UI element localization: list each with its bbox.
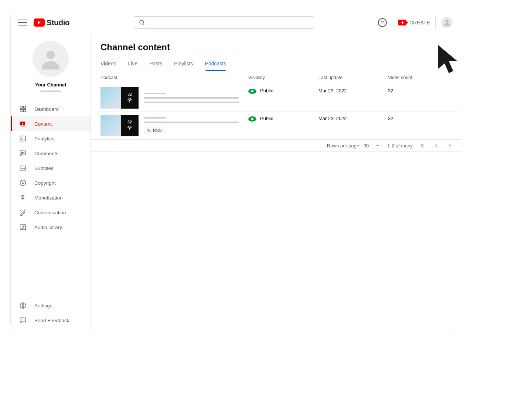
svg-point-30 bbox=[129, 128, 130, 129]
column-podcast: Podcast bbox=[100, 75, 248, 80]
sidebar-item-dashboard[interactable]: Dashboard bbox=[11, 102, 91, 116]
content-icon bbox=[19, 120, 27, 128]
svg-rect-7 bbox=[24, 110, 26, 112]
sidebar-item-label: Copyright bbox=[34, 180, 56, 186]
sidebar-item-send-feedback[interactable]: Send Feedback bbox=[11, 313, 91, 328]
visibility-public-icon bbox=[248, 116, 256, 122]
svg-point-21 bbox=[20, 180, 26, 186]
column-last-update: Last update bbox=[318, 75, 388, 80]
channel-name: Your Channel bbox=[35, 82, 66, 88]
svg-point-31 bbox=[148, 132, 148, 132]
visibility-label: Public bbox=[260, 88, 273, 93]
sidebar-item-customization[interactable]: Customization bbox=[11, 205, 91, 220]
sidebar-item-analytics[interactable]: Analytics bbox=[11, 131, 91, 146]
sidebar-item-comments[interactable]: Comments bbox=[11, 146, 91, 161]
table-row[interactable]: 32 RSS bbox=[91, 112, 460, 140]
channel-avatar[interactable] bbox=[33, 41, 69, 77]
table-row[interactable]: 32 Public Mar 23, 2022 bbox=[91, 84, 460, 112]
svg-rect-24 bbox=[20, 225, 26, 229]
analytics-icon bbox=[19, 134, 27, 143]
episode-count-badge: 32 bbox=[127, 92, 132, 96]
account-avatar[interactable] bbox=[441, 17, 453, 28]
sidebar-item-content[interactable]: Content bbox=[11, 116, 91, 131]
hamburger-menu[interactable] bbox=[18, 18, 27, 27]
sidebar-item-audio-library[interactable]: Audio library bbox=[11, 220, 91, 235]
sidebar-item-label: Comments bbox=[34, 151, 58, 156]
podcast-thumbnail[interactable]: 32 bbox=[100, 87, 139, 109]
customization-icon bbox=[19, 208, 27, 216]
sidebar-item-subtitles[interactable]: Subtitles bbox=[11, 161, 91, 175]
monetization-icon bbox=[19, 194, 27, 202]
desc-placeholder bbox=[144, 122, 239, 123]
svg-point-28 bbox=[23, 321, 23, 321]
podcast-icon bbox=[127, 98, 133, 104]
tab-podcasts[interactable]: Podcasts bbox=[205, 56, 226, 71]
chevron-down-icon bbox=[375, 143, 380, 148]
podcast-thumbnail[interactable]: 32 bbox=[100, 115, 139, 136]
svg-rect-18 bbox=[20, 166, 26, 170]
page-prev-button[interactable] bbox=[434, 143, 439, 148]
rows-per-page-value: 30 bbox=[364, 143, 369, 149]
dashboard-icon bbox=[19, 105, 27, 113]
rows-per-page-label: Rows per page: bbox=[327, 143, 361, 149]
comments-icon bbox=[19, 149, 27, 157]
svg-point-23 bbox=[20, 210, 21, 211]
rss-badge: RSS bbox=[144, 127, 165, 134]
sidebar-item-label: Content bbox=[34, 121, 52, 127]
table-header: Podcast Visibility Last update Video cou… bbox=[91, 71, 460, 84]
title-placeholder bbox=[144, 93, 166, 94]
search-input[interactable] bbox=[149, 20, 309, 25]
svg-point-22 bbox=[24, 210, 25, 211]
page-next-button[interactable] bbox=[447, 143, 453, 148]
feedback-icon bbox=[19, 316, 27, 324]
youtube-play-icon bbox=[34, 18, 45, 27]
last-update-value: Mar 23, 2022 bbox=[318, 87, 388, 109]
tab-playlists[interactable]: Playlists bbox=[174, 56, 193, 71]
create-camera-icon: + bbox=[398, 20, 406, 25]
copyright-icon bbox=[19, 179, 27, 187]
desc-placeholder bbox=[144, 97, 239, 99]
svg-rect-6 bbox=[20, 110, 23, 112]
video-count-value: 32 bbox=[388, 87, 450, 109]
svg-rect-5 bbox=[24, 106, 26, 109]
episode-count-badge: 32 bbox=[127, 120, 132, 124]
video-count-value: 32 bbox=[388, 115, 450, 136]
sidebar-item-copyright[interactable]: Copyright bbox=[11, 175, 91, 190]
svg-rect-4 bbox=[20, 106, 23, 109]
search-box[interactable] bbox=[134, 16, 314, 29]
search-icon bbox=[139, 19, 145, 26]
sidebar-item-monetization[interactable]: Monetization bbox=[11, 190, 91, 205]
tab-videos[interactable]: Videos bbox=[100, 56, 116, 71]
svg-point-2 bbox=[446, 20, 448, 23]
subtitles-icon bbox=[19, 164, 27, 172]
svg-line-1 bbox=[143, 24, 144, 25]
visibility-label: Public bbox=[260, 116, 273, 121]
title-placeholder bbox=[144, 117, 166, 119]
svg-point-3 bbox=[47, 51, 55, 59]
svg-rect-10 bbox=[21, 126, 25, 127]
sidebar-item-label: Customization bbox=[34, 210, 66, 215]
pagination-range: 1-2 of many bbox=[387, 143, 413, 149]
audio-library-icon bbox=[19, 223, 27, 231]
channel-subtitle-placeholder bbox=[40, 91, 61, 92]
last-update-value: Mar 23, 2022 bbox=[318, 115, 388, 136]
svg-point-29 bbox=[129, 100, 130, 101]
page-first-button[interactable] bbox=[420, 143, 426, 149]
rows-per-page-select[interactable]: 30 bbox=[364, 143, 380, 149]
sidebar-item-label: Monetization bbox=[34, 195, 63, 201]
sidebar-item-settings[interactable]: Settings bbox=[11, 298, 91, 313]
tab-posts[interactable]: Posts bbox=[149, 56, 162, 71]
column-visibility: Visibility bbox=[248, 75, 318, 80]
create-label: CREATE bbox=[409, 20, 430, 25]
sidebar-item-label: Analytics bbox=[34, 136, 54, 141]
svg-point-25 bbox=[22, 305, 24, 307]
tab-live[interactable]: Live bbox=[128, 56, 138, 71]
column-video-count: Video count bbox=[388, 75, 450, 80]
create-button[interactable]: + CREATE bbox=[393, 16, 436, 29]
studio-logo[interactable]: Studio bbox=[34, 18, 69, 27]
page-title: Channel content bbox=[91, 33, 460, 56]
gear-icon bbox=[19, 301, 27, 310]
help-button[interactable]: ? bbox=[378, 18, 387, 27]
sidebar-item-label: Audio library bbox=[34, 225, 62, 230]
svg-rect-15 bbox=[20, 151, 26, 155]
